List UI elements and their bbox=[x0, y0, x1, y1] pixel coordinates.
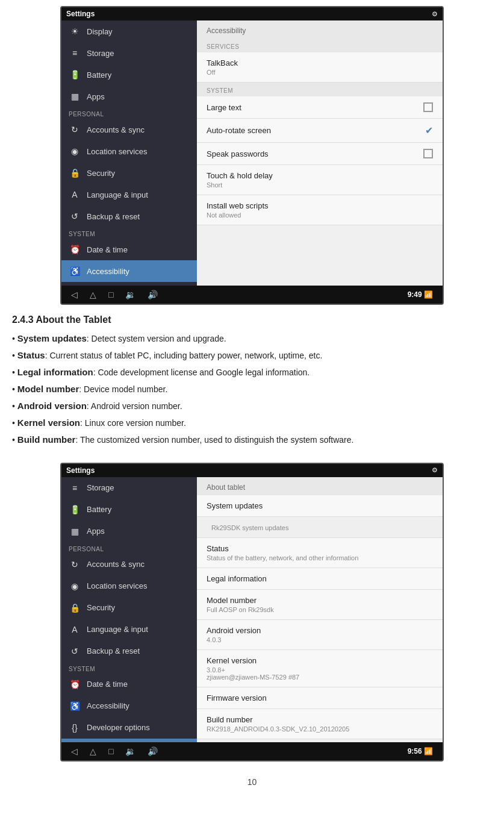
security-icon-2: 🔒 bbox=[69, 602, 81, 614]
bullet-system-updates: • System updates: Detect system version … bbox=[12, 331, 492, 346]
volume-down-button[interactable]: 🔉 bbox=[125, 290, 135, 299]
volume-up-button-2[interactable]: 🔊 bbox=[148, 746, 158, 756]
recents-button-2[interactable]: □ bbox=[108, 746, 113, 756]
page-number: 10 bbox=[0, 768, 504, 796]
sidebar-item-accounts[interactable]: ↻ Accounts & sync bbox=[61, 119, 197, 140]
sidebar-item-accessibility[interactable]: ♿ Accessibility bbox=[61, 260, 197, 282]
services-section-label: SERVICES bbox=[197, 39, 443, 52]
legal-content-item[interactable]: Legal information bbox=[197, 568, 443, 590]
sidebar-1: ☀ Display ≡ Storage 🔋 Battery ▦ Apps PER… bbox=[61, 20, 197, 286]
android-content-item[interactable]: Android version 4.0.3 bbox=[197, 620, 443, 650]
auto-rotate-item[interactable]: Auto-rotate screen ✔ bbox=[197, 119, 443, 143]
firmware-content-label: Firmware version bbox=[207, 693, 267, 702]
sidebar-item-storage[interactable]: ≡ Storage bbox=[61, 42, 197, 64]
sidebar-item-backup2[interactable]: ↺ Backup & reset bbox=[61, 640, 197, 662]
home-button[interactable]: △ bbox=[90, 290, 96, 299]
talkback-item[interactable]: TalkBack Off bbox=[197, 52, 443, 83]
system-updates-label: System updates bbox=[17, 333, 87, 343]
personal-section-label-2: PERSONAL bbox=[61, 542, 197, 554]
sidebar-item-about2[interactable]: ℹ About tablet bbox=[61, 739, 197, 742]
kernel-content-item[interactable]: Kernel version 3.0.8+zjiawen@zjiawen-MS-… bbox=[197, 650, 443, 687]
home-button-2[interactable]: △ bbox=[90, 746, 96, 756]
sidebar-item-apps[interactable]: ▦ Apps bbox=[61, 86, 197, 107]
status-content-item[interactable]: Status Status of the battery, network, a… bbox=[197, 538, 443, 568]
text-section: 2.4.3 About the Tablet • System updates:… bbox=[0, 305, 504, 457]
bullet-legal: • Legal information: Code development li… bbox=[12, 365, 492, 380]
sidebar-item-datetime2[interactable]: ⏰ Date & time bbox=[61, 674, 197, 695]
volume-down-button-2[interactable]: 🔉 bbox=[125, 746, 135, 756]
system-updates-item[interactable]: System updates bbox=[197, 495, 443, 517]
build-content-item[interactable]: Build number RK2918_ANDROID4.0.3-SDK_V2.… bbox=[197, 709, 443, 739]
settings-title-1: Settings bbox=[66, 10, 95, 18]
model-content-item[interactable]: Model number Full AOSP on Rk29sdk bbox=[197, 590, 443, 620]
sidebar-label-datetime: Date & time bbox=[87, 245, 128, 254]
rk29sdk-item[interactable]: Rk29SDK system updates bbox=[197, 517, 443, 538]
build-content-label: Build number bbox=[207, 715, 349, 724]
bullet-android: • Android version: Android version numbe… bbox=[12, 399, 492, 413]
system-updates-content-label: System updates bbox=[207, 501, 263, 510]
sidebar-item-developer2[interactable]: {} Developer options bbox=[61, 717, 197, 739]
back-button-2[interactable]: ◁ bbox=[71, 746, 78, 756]
accounts-icon: ↻ bbox=[69, 124, 81, 136]
touch-hold-item[interactable]: Touch & hold delay Short bbox=[197, 165, 443, 195]
model-content-sub: Full AOSP on Rk29sdk bbox=[207, 606, 274, 613]
sidebar-item-accessibility2[interactable]: ♿ Accessibility bbox=[61, 695, 197, 717]
sidebar-item-backup[interactable]: ↺ Backup & reset bbox=[61, 205, 197, 227]
sidebar-item-location[interactable]: ◉ Location services bbox=[61, 140, 197, 162]
sidebar-item-apps2[interactable]: ▦ Apps bbox=[61, 521, 197, 542]
kernel-label: Kernel version bbox=[17, 418, 80, 428]
accounts-icon-2: ↻ bbox=[69, 558, 81, 571]
speak-passwords-item[interactable]: Speak passwords bbox=[197, 143, 443, 165]
sidebar-item-security[interactable]: 🔒 Security bbox=[61, 162, 197, 184]
sidebar-item-storage2[interactable]: ≡ Storage bbox=[61, 477, 197, 499]
volume-up-button[interactable]: 🔊 bbox=[148, 290, 158, 299]
build-label: Build number bbox=[17, 434, 76, 445]
sidebar-label-accessibility2: Accessibility bbox=[87, 701, 129, 710]
wifi-icon-2: ⚙ bbox=[432, 466, 438, 474]
sidebar-item-battery2[interactable]: 🔋 Battery bbox=[61, 499, 197, 521]
apps-icon-2: ▦ bbox=[69, 525, 81, 537]
large-text-checkbox[interactable] bbox=[423, 102, 433, 112]
install-web-item[interactable]: Install web scripts Not allowed bbox=[197, 195, 443, 225]
sidebar-item-battery[interactable]: 🔋 Battery bbox=[61, 64, 197, 86]
location-icon-2: ◉ bbox=[69, 580, 81, 592]
sidebar-2: ≡ Storage 🔋 Battery ▦ Apps PERSONAL ↻ Ac… bbox=[61, 477, 197, 742]
sidebar-label-backup2: Backup & reset bbox=[87, 646, 140, 655]
auto-rotate-label: Auto-rotate screen bbox=[207, 126, 271, 135]
sidebar-item-accounts2[interactable]: ↻ Accounts & sync bbox=[61, 554, 197, 575]
sidebar-label-accounts2: Accounts & sync bbox=[87, 560, 145, 569]
system-section-label: SYSTEM bbox=[61, 227, 197, 239]
large-text-item[interactable]: Large text bbox=[197, 96, 443, 119]
sidebar-item-language2[interactable]: A Language & input bbox=[61, 619, 197, 640]
screenshot-2: Settings ⚙ ≡ Storage 🔋 Battery ▦ Apps PE… bbox=[60, 463, 444, 762]
back-button[interactable]: ◁ bbox=[71, 290, 78, 299]
kernel-content-label: Kernel version bbox=[207, 656, 299, 665]
speak-passwords-checkbox[interactable] bbox=[423, 149, 433, 158]
legal-content-label: Legal information bbox=[207, 574, 267, 583]
apps-icon: ▦ bbox=[69, 90, 81, 102]
sidebar-item-language[interactable]: A Language & input bbox=[61, 184, 197, 205]
bullet-status: • Status: Current status of tablet PC, i… bbox=[12, 348, 492, 363]
build-text: : The customized version number, used to… bbox=[75, 435, 353, 445]
sidebar-item-datetime[interactable]: ⏰ Date & time bbox=[61, 239, 197, 260]
sidebar-item-security2[interactable]: 🔒 Security bbox=[61, 597, 197, 619]
model-content-label: Model number bbox=[207, 596, 274, 605]
content-title-2: About tablet bbox=[197, 477, 443, 495]
sidebar-item-developer[interactable]: {} Developer options bbox=[61, 282, 197, 286]
settings-layout-1: ☀ Display ≡ Storage 🔋 Battery ▦ Apps PER… bbox=[61, 20, 443, 286]
status-bar-2: Settings ⚙ bbox=[61, 464, 443, 477]
sidebar-item-location2[interactable]: ◉ Location services bbox=[61, 575, 197, 597]
sidebar-label-apps2: Apps bbox=[87, 527, 105, 536]
sidebar-label-storage: Storage bbox=[87, 49, 114, 58]
wifi-icon: ⚙ bbox=[432, 10, 438, 18]
sidebar-item-display[interactable]: ☀ Display bbox=[61, 20, 197, 42]
location-icon: ◉ bbox=[69, 145, 81, 157]
settings-title-2: Settings bbox=[66, 466, 95, 475]
firmware-content-item[interactable]: Firmware version bbox=[197, 687, 443, 709]
recents-button[interactable]: □ bbox=[108, 290, 113, 299]
build-content-sub: RK2918_ANDROID4.0.3-SDK_V2.10_20120205 bbox=[207, 725, 349, 733]
android-label: Android version bbox=[17, 401, 87, 411]
sidebar-label-security: Security bbox=[87, 169, 115, 178]
model-text: : Device model number. bbox=[79, 384, 167, 394]
time-display-2: 9:56 📶 bbox=[408, 747, 433, 755]
